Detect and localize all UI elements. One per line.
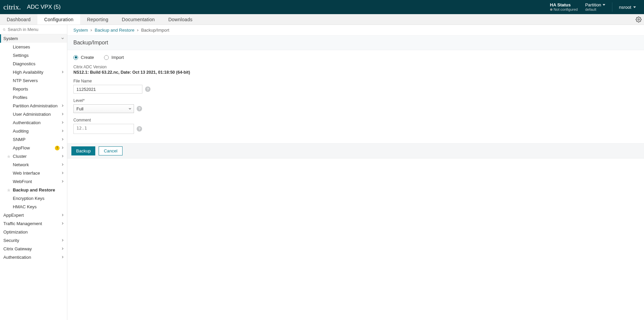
sidebar-item-system[interactable]: System	[0, 34, 67, 43]
chevron-right-icon	[136, 28, 139, 33]
chevron-right-icon	[61, 221, 64, 226]
tab-reporting[interactable]: Reporting	[80, 14, 115, 25]
chevron-right-icon	[90, 28, 93, 33]
sidebar-item-appflow[interactable]: AppFlow!	[0, 144, 67, 152]
search-input[interactable]	[8, 27, 64, 32]
comment-label: Comment	[73, 118, 638, 122]
radio-import[interactable]: Import	[104, 55, 124, 60]
sidebar-item-user-admin[interactable]: User Administration	[0, 110, 67, 118]
chevron-right-icon	[61, 137, 64, 142]
filename-label: File Name	[73, 79, 638, 83]
ha-status-value: Not configured	[550, 7, 578, 12]
help-icon[interactable]: ?	[137, 126, 142, 132]
breadcrumb-link-backup-restore[interactable]: Backup and Restore	[95, 28, 134, 33]
sidebar-item-authentication-root[interactable]: Authentication	[0, 253, 67, 261]
tab-configuration[interactable]: Configuration	[37, 14, 80, 25]
svg-marker-3	[7, 155, 10, 158]
help-icon[interactable]: ?	[145, 86, 150, 92]
comment-input[interactable]	[73, 124, 134, 134]
radio-checked-icon	[73, 55, 78, 60]
settings-gear-button[interactable]	[633, 14, 644, 25]
chevron-down-icon	[633, 6, 636, 8]
version-label: Citrix ADC Version	[73, 65, 638, 69]
form-container: Create Import Citrix ADC Version NS12.1:…	[67, 50, 644, 143]
sidebar-item-web-interface[interactable]: Web Interface	[0, 169, 67, 177]
chevron-right-icon	[61, 154, 64, 159]
search-icon	[3, 27, 6, 32]
sidebar-item-traffic-management[interactable]: Traffic Management	[0, 219, 67, 228]
chevron-right-icon	[61, 238, 64, 243]
sidebar-item-security[interactable]: Security	[0, 236, 67, 245]
sidebar-item-webfront[interactable]: WebFront	[0, 177, 67, 186]
star-icon	[7, 188, 11, 192]
sidebar-item-auditing[interactable]: Auditing	[0, 127, 67, 135]
gear-icon	[636, 16, 642, 23]
sidebar-item-partition-admin[interactable]: Partition Administration	[0, 102, 67, 110]
cancel-button[interactable]: Cancel	[99, 146, 122, 155]
navigation-tabs: Dashboard Configuration Reporting Docume…	[0, 14, 644, 25]
version-value: NS12.1: Build 63.22.nc, Date: Oct 13 202…	[73, 70, 638, 75]
ha-status-block[interactable]: HA Status Not configured	[550, 2, 578, 12]
svg-marker-4	[7, 188, 10, 192]
svg-point-1	[3, 29, 5, 30]
action-button-bar: Backup Cancel	[67, 143, 644, 158]
sidebar-nav: System Licenses Settings Diagnostics Hig…	[0, 25, 67, 320]
content-area: System Backup and Restore Backup/Import …	[67, 25, 644, 320]
top-banner: citrix ADC VPX (5) HA Status Not configu…	[0, 0, 644, 14]
chevron-right-icon	[61, 70, 64, 75]
sidebar-item-reports[interactable]: Reports	[0, 85, 67, 93]
warning-badge-icon: !	[55, 146, 60, 150]
breadcrumb: System Backup and Restore Backup/Import	[67, 25, 644, 35]
sidebar-item-authentication[interactable]: Authentication	[0, 118, 67, 127]
chevron-right-icon	[61, 145, 64, 150]
svg-line-2	[5, 30, 5, 31]
sidebar-item-encryption-keys[interactable]: Encryption Keys	[0, 194, 67, 203]
sidebar-search[interactable]	[0, 25, 67, 34]
sidebar-item-hmac-keys[interactable]: HMAC Keys	[0, 203, 67, 211]
sidebar-item-ntp[interactable]: NTP Servers	[0, 76, 67, 85]
chevron-down-icon	[603, 4, 605, 6]
breadcrumb-link-system[interactable]: System	[73, 28, 88, 33]
sidebar-item-high-availability[interactable]: High Availability	[0, 68, 67, 76]
chevron-right-icon	[61, 255, 64, 260]
breadcrumb-current: Backup/Import	[141, 28, 169, 33]
status-dot-icon	[550, 8, 552, 11]
sidebar-item-citrix-gateway[interactable]: Citrix Gateway	[0, 245, 67, 253]
star-icon	[7, 154, 11, 158]
sidebar-item-network[interactable]: Network	[0, 161, 67, 169]
sidebar-item-backup-restore[interactable]: Backup and Restore	[0, 186, 67, 194]
chevron-right-icon	[61, 213, 64, 218]
chevron-down-icon	[61, 36, 64, 41]
tab-documentation[interactable]: Documentation	[115, 14, 162, 25]
sidebar-item-profiles[interactable]: Profiles	[0, 93, 67, 102]
partition-title: Partition	[585, 2, 605, 8]
chevron-right-icon	[61, 120, 64, 125]
sidebar-item-appexpert[interactable]: AppExpert	[0, 211, 67, 219]
sidebar-item-optimization[interactable]: Optimization	[0, 228, 67, 236]
product-name: ADC VPX (5)	[27, 4, 61, 10]
user-menu[interactable]: nsroot	[612, 5, 641, 10]
partition-block[interactable]: Partition default	[585, 2, 612, 12]
level-select[interactable]: Full	[73, 104, 134, 113]
chevron-down-icon	[128, 106, 132, 111]
chevron-right-icon	[61, 103, 64, 108]
backup-button[interactable]: Backup	[71, 146, 95, 155]
sidebar-item-licenses[interactable]: Licenses	[0, 43, 67, 51]
sidebar-item-snmp[interactable]: SNMP	[0, 135, 67, 144]
radio-create[interactable]: Create	[73, 55, 94, 60]
sidebar-item-cluster[interactable]: Cluster	[0, 152, 67, 161]
filename-input[interactable]	[73, 85, 142, 94]
page-title: Backup/Import	[67, 35, 644, 50]
chevron-right-icon	[61, 112, 64, 117]
chevron-right-icon	[61, 246, 64, 251]
tab-downloads[interactable]: Downloads	[162, 14, 199, 25]
sidebar-item-settings[interactable]: Settings	[0, 51, 67, 60]
radio-unchecked-icon	[104, 55, 109, 60]
ha-status-title: HA Status	[550, 2, 578, 8]
sidebar-item-diagnostics[interactable]: Diagnostics	[0, 60, 67, 68]
tab-dashboard[interactable]: Dashboard	[0, 14, 37, 25]
level-label: Level*	[73, 98, 638, 103]
help-icon[interactable]: ?	[137, 106, 142, 111]
svg-point-0	[638, 19, 640, 20]
chevron-right-icon	[61, 179, 64, 184]
